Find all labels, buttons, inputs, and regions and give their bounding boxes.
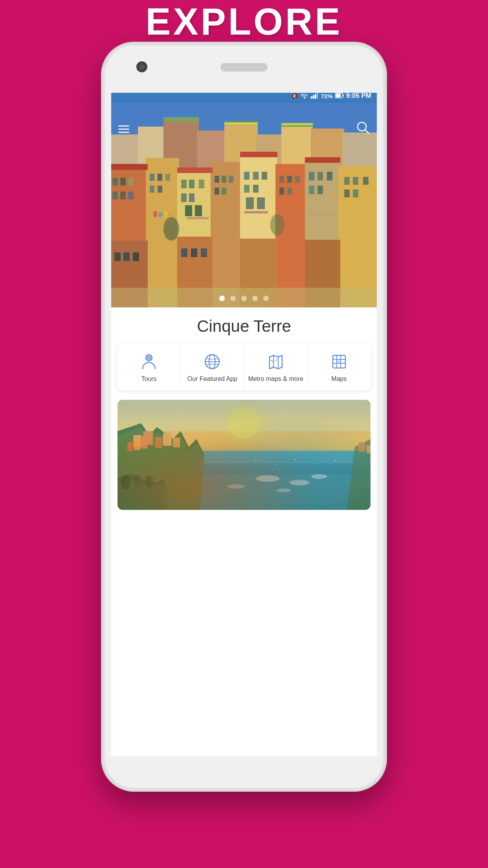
svg-rect-69: [279, 188, 284, 195]
svg-rect-30: [120, 191, 126, 199]
menu-icon[interactable]: [118, 123, 129, 135]
svg-rect-74: [309, 186, 314, 194]
svg-rect-116: [337, 359, 341, 363]
svg-rect-42: [163, 117, 199, 122]
svg-rect-45: [111, 164, 148, 170]
navigation-icons: Tours Our Featured App: [117, 344, 371, 390]
phone-bottom-bezel: [105, 756, 383, 788]
svg-rect-3: [317, 93, 318, 99]
svg-rect-61: [244, 172, 250, 180]
svg-rect-89: [114, 252, 121, 261]
svg-rect-82: [154, 211, 157, 217]
power-button: [383, 195, 385, 226]
globe-icon: [203, 352, 222, 371]
dot-4[interactable]: [252, 296, 258, 301]
svg-rect-84: [164, 211, 167, 217]
svg-rect-57: [222, 176, 226, 183]
svg-rect-70: [287, 188, 292, 195]
svg-rect-75: [317, 186, 323, 194]
svg-rect-27: [120, 178, 126, 186]
svg-point-96: [270, 214, 284, 236]
svg-rect-94: [201, 248, 207, 257]
svg-rect-63: [262, 172, 267, 180]
svg-rect-48: [305, 157, 340, 163]
svg-rect-79: [344, 189, 350, 197]
svg-rect-1: [313, 95, 314, 99]
carousel-dots: [111, 296, 377, 301]
svg-rect-40: [181, 193, 187, 202]
svg-rect-31: [128, 191, 134, 199]
svg-rect-37: [181, 180, 187, 188]
svg-rect-50: [195, 205, 202, 216]
content-area: Cinque Terre Tours: [111, 307, 377, 518]
buildings-svg: [111, 103, 377, 307]
svg-rect-97: [224, 123, 258, 125]
maps-label: Maps: [331, 375, 347, 383]
dot-1[interactable]: [219, 296, 225, 301]
featured-app-button[interactable]: Our Featured App: [181, 344, 244, 390]
dot-5[interactable]: [263, 296, 269, 301]
metro-maps-button[interactable]: Metro maps & more: [244, 344, 308, 390]
svg-rect-47: [240, 152, 277, 157]
battery-text: 72%: [321, 93, 333, 99]
svg-rect-52: [257, 197, 265, 209]
svg-rect-71: [309, 172, 314, 180]
svg-rect-55: [309, 213, 332, 215]
phone-top-bezel: [105, 46, 383, 93]
svg-rect-60: [222, 188, 226, 195]
svg-line-101: [365, 130, 369, 134]
tours-button[interactable]: Tours: [117, 344, 181, 390]
phone-camera: [136, 61, 147, 72]
featured-app-label: Our Featured App: [187, 375, 237, 383]
svg-rect-51: [246, 197, 254, 209]
volume-up-button: [103, 144, 105, 166]
svg-rect-93: [191, 248, 197, 257]
svg-point-100: [358, 122, 366, 131]
dot-2[interactable]: [230, 296, 236, 301]
page-title-text: EXPLORE: [146, 0, 343, 43]
svg-rect-92: [181, 248, 187, 257]
svg-rect-64: [244, 185, 250, 193]
volume-down-button: [103, 171, 105, 193]
hero-image: [111, 103, 377, 307]
svg-rect-77: [353, 177, 358, 185]
svg-rect-73: [327, 172, 332, 180]
tours-label: Tours: [141, 375, 157, 383]
svg-rect-33: [158, 174, 162, 181]
phone-screen: 🔇 72%: [111, 89, 377, 764]
svg-rect-53: [187, 217, 209, 219]
dot-3[interactable]: [241, 296, 247, 301]
maps-button[interactable]: Maps: [308, 344, 371, 390]
svg-rect-58: [229, 176, 233, 183]
menu-line-2: [118, 129, 129, 130]
svg-rect-54: [244, 211, 268, 213]
status-icons: 🔇 72%: [291, 92, 371, 100]
search-icon: [356, 121, 370, 134]
svg-rect-41: [189, 193, 194, 202]
svg-rect-91: [133, 252, 139, 261]
battery-icon: [335, 93, 344, 99]
phone-frame: 🔇 72%: [103, 43, 385, 790]
svg-rect-90: [123, 252, 130, 261]
search-button[interactable]: [356, 121, 370, 137]
svg-rect-34: [165, 174, 170, 181]
metro-maps-label: Metro maps & more: [248, 375, 303, 383]
svg-rect-46: [177, 167, 213, 173]
tours-icon: [139, 352, 158, 371]
svg-rect-35: [150, 186, 154, 193]
svg-rect-0: [311, 96, 312, 99]
svg-rect-83: [159, 212, 162, 217]
svg-rect-62: [253, 172, 259, 180]
svg-rect-36: [158, 186, 162, 193]
svg-rect-80: [353, 189, 358, 197]
svg-rect-25: [338, 166, 377, 307]
bottom-hero-image: [117, 400, 371, 510]
bottom-image-overlay: [117, 400, 371, 510]
signal-icon: [311, 92, 319, 100]
svg-rect-49: [185, 205, 192, 216]
maps-icon: [330, 352, 349, 371]
svg-rect-26: [112, 178, 118, 186]
svg-rect-66: [279, 176, 284, 183]
svg-rect-21: [211, 162, 242, 307]
svg-rect-56: [215, 176, 219, 183]
